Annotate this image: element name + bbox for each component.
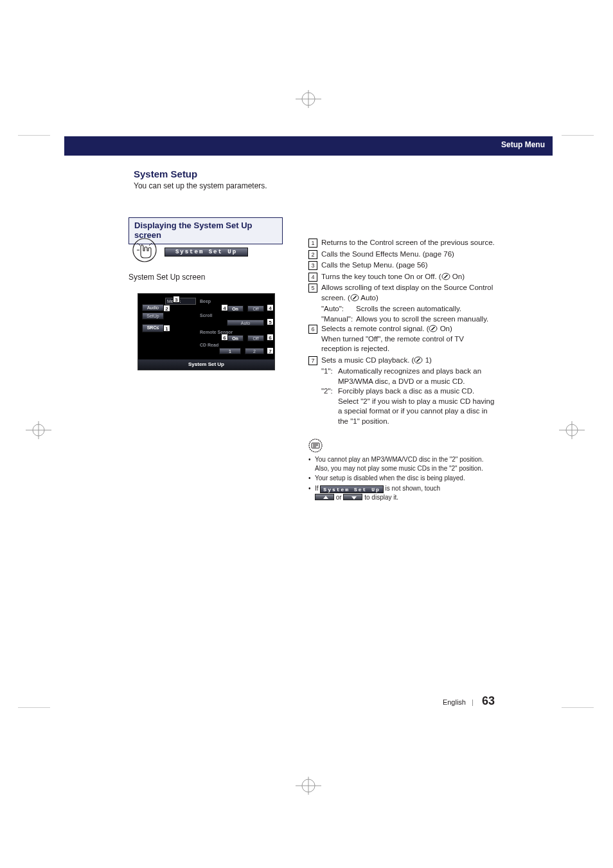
desc-text-3: Calls the Setup Menu. (page 56) xyxy=(321,260,495,271)
screen-menu-tab[interactable]: Menu≤ xyxy=(165,298,196,305)
screen-btn-cdread-1[interactable]: 1 xyxy=(219,348,241,354)
bullet-icon: • xyxy=(308,484,315,502)
inline-button-system-setup[interactable]: System Set Up xyxy=(320,485,383,493)
svg-point-11 xyxy=(566,424,578,436)
note-icon xyxy=(308,439,323,453)
desc-7-opt2-key: "2": xyxy=(321,386,338,426)
pencil-icon xyxy=(414,356,423,364)
svg-point-8 xyxy=(33,424,44,436)
desc-6-line1-post: ) xyxy=(450,325,452,332)
numbox-1: 1 xyxy=(308,239,317,248)
note-row-1: • You cannot play an MP3/WMA/VCD disc in… xyxy=(308,455,495,473)
screen-btn-cdread-2[interactable]: 2 xyxy=(245,348,264,354)
desc-5-line1-def: Auto xyxy=(359,294,376,302)
screen-tab-setup[interactable]: SetUp xyxy=(142,312,164,320)
desc-5-auto: "Auto": Scrolls the screen automatically… xyxy=(308,304,495,314)
bullet-icon: • xyxy=(308,455,315,473)
pencil-icon xyxy=(441,273,450,280)
note-row-2: • Your setup is disabled when the disc i… xyxy=(308,474,495,483)
note-3-mid: is not shown, touch xyxy=(384,485,440,492)
screen-label-scroll: Scroll xyxy=(200,313,212,318)
guide-line xyxy=(18,135,50,136)
callout-7: 7 xyxy=(267,347,274,354)
crop-mark-left xyxy=(19,421,58,439)
numbox-4: 4 xyxy=(308,273,317,282)
desc-item-7: 7 Sets a music CD playback. ( 1) xyxy=(308,356,495,366)
inline-up-arrow-button[interactable] xyxy=(315,494,334,500)
device-screenshot: Menu≤ Audio SetUp SRC≤ Beep On Off Scrol… xyxy=(138,293,275,370)
footer-language: English xyxy=(443,698,466,706)
crop-mark-bottom xyxy=(270,777,347,795)
desc-text-6: Selects a remote control signal. ( On) W… xyxy=(321,324,495,354)
chapter-header-band: Setup Menu xyxy=(64,136,553,156)
desc-5-manual-key: "Manual": xyxy=(321,314,356,325)
pencil-icon xyxy=(350,294,359,302)
numbox-2: 2 xyxy=(308,250,317,259)
numbox-7: 7 xyxy=(308,356,317,365)
bullet-icon: • xyxy=(308,474,315,483)
screen-tab-audio[interactable]: Audio xyxy=(142,304,164,311)
desc-5-manual-val: Allows you to scroll the screen manually… xyxy=(356,314,495,325)
numbox-5: 5 xyxy=(308,284,317,293)
desc-5-auto-key: "Auto": xyxy=(321,304,356,314)
note-3-end: to display it. xyxy=(362,494,398,501)
crop-mark-right xyxy=(553,421,591,439)
desc-6-line1-pre: Selects a remote control signal. ( xyxy=(321,325,429,332)
guide-line xyxy=(562,135,594,136)
desc-5-line1-post: ) xyxy=(376,294,378,302)
screen-tab-src[interactable]: SRC≤ xyxy=(142,324,164,332)
desc-5-auto-val: Scrolls the screen automatically. xyxy=(356,304,495,314)
numbox-6: 6 xyxy=(308,325,317,334)
note-3-pre: If xyxy=(315,485,320,492)
chapter-title: Setup Menu xyxy=(501,140,545,149)
desc-7-opt1-key: "1": xyxy=(321,366,338,386)
screen-btn-beep-on[interactable]: On xyxy=(227,305,244,312)
desc-text-2: Calls the Sound Effects Menu. (page 76) xyxy=(321,249,495,260)
desc-item-6: 6 Selects a remote control signal. ( On)… xyxy=(308,324,495,354)
screen-btn-remote-off[interactable]: Off xyxy=(247,335,264,341)
desc-7-opt1-val: Automatically recognizes and plays back … xyxy=(338,366,495,386)
desc-7-line1-post: ) xyxy=(429,356,432,364)
guide-line xyxy=(562,707,594,708)
desc-text-5: Allows scrolling of text display on the … xyxy=(321,283,495,303)
callout-6: 6 xyxy=(221,334,228,341)
screen-btn-scroll-auto[interactable]: Auto xyxy=(227,320,264,326)
desc-7-line1-pre: Sets a music CD playback. ( xyxy=(321,356,414,364)
desc-7-opt1: "1": Automatically recognizes and plays … xyxy=(308,366,495,386)
hand-icon xyxy=(131,237,158,264)
touch-figure: System Set Up xyxy=(129,237,283,270)
desc-7-opt2-val: Forcibly plays back a disc as a music CD… xyxy=(338,386,495,426)
guide-line xyxy=(18,707,50,708)
figure-caption: System Set Up screen xyxy=(129,273,205,282)
touch-button-system-setup[interactable]: System Set Up xyxy=(164,248,248,257)
desc-6-line1-def: On xyxy=(438,325,450,332)
desc-item-3: 3 Calls the Setup Menu. (page 56) xyxy=(308,260,495,271)
desc-item-4: 4 Turns the key touch tone On or Off. ( … xyxy=(308,272,495,282)
desc-7-line1-def: 1 xyxy=(423,356,429,364)
desc-text-7: Sets a music CD playback. ( 1) xyxy=(321,356,495,366)
desc-4-def: On xyxy=(450,273,463,280)
screen-label-beep: Beep xyxy=(200,299,211,303)
callout-3: 3 xyxy=(173,296,180,303)
pencil-icon xyxy=(429,325,438,332)
desc-4-post: ) xyxy=(462,273,465,280)
callout-1: 1 xyxy=(163,325,170,332)
callout-4: 4 xyxy=(267,304,274,311)
screen-btn-beep-off[interactable]: Off xyxy=(247,305,264,312)
svg-point-2 xyxy=(302,93,315,105)
footer-separator: | xyxy=(472,698,474,706)
screen-btn-remote-on[interactable]: On xyxy=(227,335,244,341)
numbox-3: 3 xyxy=(308,261,317,270)
desc-item-5: 5 Allows scrolling of text display on th… xyxy=(308,283,495,303)
crop-mark-top xyxy=(270,90,347,108)
note-row-3: • If System Set Up is not shown, touch o… xyxy=(308,484,495,502)
section-subtitle: You can set up the system parameters. xyxy=(134,181,267,190)
desc-6-line2: When turned "Off", the remote control of… xyxy=(321,335,464,353)
inline-down-arrow-button[interactable] xyxy=(343,494,362,500)
footer-page-number: 63 xyxy=(482,694,495,707)
note-3-or: or xyxy=(334,494,343,501)
desc-5-manual: "Manual": Allows you to scroll the scree… xyxy=(308,314,495,325)
desc-item-2: 2 Calls the Sound Effects Menu. (page 76… xyxy=(308,249,495,260)
desc-text-4: Turns the key touch tone On or Off. ( On… xyxy=(321,272,495,282)
notes-block: • You cannot play an MP3/WMA/VCD disc in… xyxy=(308,455,495,503)
